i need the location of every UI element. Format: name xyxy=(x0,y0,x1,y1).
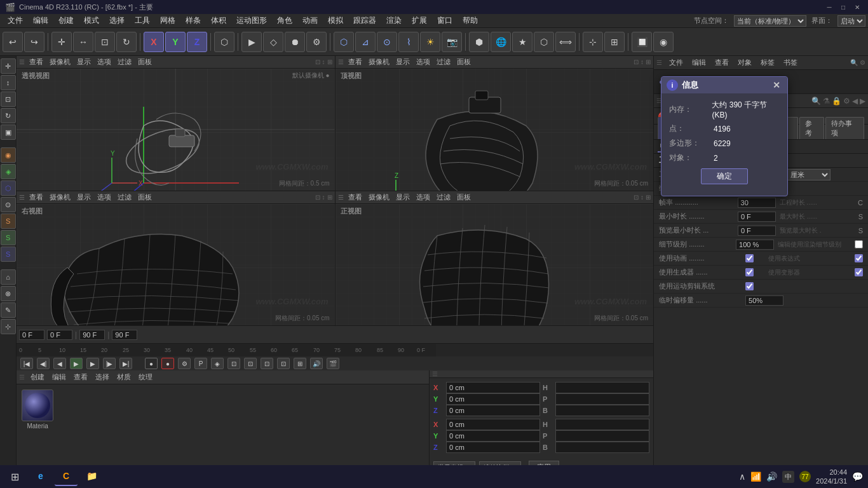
menu-edit[interactable]: 编辑 xyxy=(28,14,53,27)
mat-edit[interactable]: 编辑 xyxy=(50,372,68,382)
motion-blend-btn[interactable]: ◈ xyxy=(211,358,224,369)
menu-create[interactable]: 创建 xyxy=(53,14,79,27)
menu-mograph[interactable]: 运动图形 xyxy=(231,14,272,27)
undo-button[interactable]: ↩ xyxy=(3,32,23,52)
vt-bl-camera[interactable]: 摄像机 xyxy=(48,193,72,202)
transport-btn-extra6[interactable]: 🔊 xyxy=(310,358,323,369)
mat-create[interactable]: 创建 xyxy=(29,372,46,382)
op-filter[interactable]: ⚗ xyxy=(823,97,830,105)
menu-window[interactable]: 窗口 xyxy=(432,14,458,27)
mat-view[interactable]: 查看 xyxy=(72,372,90,382)
vt-tr-options[interactable]: 选项 xyxy=(414,57,432,67)
scale-tool-button[interactable]: ⊡ xyxy=(95,32,115,52)
viewport-front[interactable]: ☰ 查看 摄像机 显示 选项 过滤 面板 ⊡ ↕ ⊞ xyxy=(336,191,654,326)
sys-tray-network[interactable]: 📶 xyxy=(750,471,761,482)
loop-btn[interactable]: P xyxy=(194,358,207,369)
material-item[interactable]: Materia xyxy=(22,390,53,430)
vt-tr-camera[interactable]: 摄像机 xyxy=(367,57,391,67)
render-btn[interactable]: 🔲 xyxy=(632,32,652,52)
vt-br-panel[interactable]: 面板 xyxy=(455,193,473,202)
menu-extend[interactable]: 扩展 xyxy=(407,14,432,27)
fx2-btn[interactable]: ⬡ xyxy=(534,32,554,52)
z2-input[interactable] xyxy=(446,442,540,453)
transport-btn-extra4[interactable]: ⊡ xyxy=(277,358,290,369)
record-btn-2[interactable]: ● xyxy=(161,358,174,369)
lod-input[interactable] xyxy=(736,240,774,250)
vt-bl-filter[interactable]: 过滤 xyxy=(116,193,133,202)
menu-select[interactable]: 选择 xyxy=(104,14,130,27)
record-btn[interactable]: ⏺ xyxy=(285,32,305,52)
sb-view[interactable]: 查看 xyxy=(713,58,731,67)
viewport-perspective[interactable]: ☰ 查看 摄像机 显示 选项 过滤 面板 ⊡ ↕ ⊞ xyxy=(17,56,335,191)
keyframe-btn[interactable]: ◇ xyxy=(263,32,283,52)
menu-character[interactable]: 角色 xyxy=(272,14,297,27)
render-lod-checkbox[interactable] xyxy=(855,240,863,248)
close-button[interactable]: ✕ xyxy=(851,3,863,11)
viewport-right[interactable]: ☰ 查看 摄像机 显示 选项 过滤 面板 ⊡ ↕ ⊞ xyxy=(17,191,335,326)
y2-input[interactable] xyxy=(446,430,540,442)
sys-tray-volume[interactable]: 🔊 xyxy=(766,471,777,482)
sidebar-rotate[interactable]: ↻ xyxy=(1,108,16,123)
sidebar-obj2[interactable]: ◈ xyxy=(1,164,16,179)
sidebar-poly[interactable]: ▣ xyxy=(1,125,16,140)
notification-badge[interactable]: 77 xyxy=(799,471,811,482)
mat-select[interactable]: 选择 xyxy=(93,372,111,382)
transport-next-frame[interactable]: ▶ xyxy=(86,358,99,369)
sb-edit[interactable]: 编辑 xyxy=(690,58,708,67)
taskbar-explorer[interactable]: 📁 xyxy=(80,467,103,486)
op-lock[interactable]: 🔒 xyxy=(832,97,841,105)
sidebar-obj6[interactable]: S xyxy=(1,230,16,245)
menu-mesh[interactable]: 网格 xyxy=(155,14,180,27)
light-button[interactable]: ☀ xyxy=(420,32,440,52)
object-button[interactable]: ⬡ xyxy=(214,32,234,52)
config-btn[interactable]: ⚙ xyxy=(306,32,327,52)
vt-tr-filter[interactable]: 过滤 xyxy=(435,57,452,67)
vt-br-filter[interactable]: 过滤 xyxy=(435,193,452,202)
current-frame-input[interactable] xyxy=(47,330,72,340)
transport-btn-extra7[interactable]: 🎬 xyxy=(327,358,339,369)
vt-tr-panel[interactable]: 面板 xyxy=(455,57,473,67)
p2-input[interactable] xyxy=(555,430,649,442)
mat-material[interactable]: 材质 xyxy=(115,372,133,382)
timeline-btn[interactable]: ▶ xyxy=(241,32,262,52)
axis-y-button[interactable]: Y xyxy=(165,32,186,52)
taskbar-cinema4d[interactable]: C xyxy=(55,467,78,486)
sidebar-obj1[interactable]: ◉ xyxy=(1,147,16,163)
z-pos-input[interactable] xyxy=(446,405,540,416)
notification-icon[interactable]: 💬 xyxy=(852,471,863,482)
sidebar-sculpt[interactable]: ⊹ xyxy=(1,319,16,334)
info-close-button[interactable]: ✕ xyxy=(771,79,782,91)
y-pos-input[interactable] xyxy=(446,393,540,405)
menu-help[interactable]: 帮助 xyxy=(458,14,483,27)
vt-br-options[interactable]: 选项 xyxy=(414,193,432,202)
snap-btn[interactable]: ⊹ xyxy=(583,32,603,52)
cube-button[interactable]: ⬡ xyxy=(334,32,354,52)
use-animation-checkbox[interactable] xyxy=(745,254,754,262)
vt-br-display[interactable]: 显示 xyxy=(394,193,412,202)
menu-tracker[interactable]: 跟踪器 xyxy=(348,14,381,27)
viewport-top[interactable]: ☰ 查看 摄像机 显示 选项 过滤 面板 ⊡ ↕ ⊞ xyxy=(336,56,654,191)
menu-render[interactable]: 渲染 xyxy=(381,14,407,27)
op-right[interactable]: ▶ xyxy=(860,97,865,105)
h-rot-input[interactable] xyxy=(555,382,649,393)
temp-offset-input[interactable] xyxy=(745,295,783,306)
vt-look[interactable]: 查看 xyxy=(27,57,45,67)
transport-prev-key[interactable]: ◀| xyxy=(37,358,50,369)
nurbs-button[interactable]: ⊿ xyxy=(355,32,376,52)
sidebar-paint[interactable]: ✎ xyxy=(1,302,16,318)
sb-tag[interactable]: 标签 xyxy=(759,58,776,67)
maximize-button[interactable]: □ xyxy=(837,3,849,11)
apply-button[interactable]: 应用 xyxy=(529,461,559,465)
b-rot-input[interactable] xyxy=(555,405,649,416)
transport-prev-frame[interactable]: ◀ xyxy=(53,358,66,369)
transport-to-start[interactable]: |◀ xyxy=(20,358,33,369)
vt-display[interactable]: 显示 xyxy=(75,57,93,67)
sidebar-magnet[interactable]: ⊗ xyxy=(1,286,16,301)
sidebar-obj5[interactable]: S xyxy=(1,214,16,229)
transport-to-end[interactable]: ▶| xyxy=(119,358,132,369)
sb-bookmark[interactable]: 书签 xyxy=(782,58,799,67)
vt-tr-look[interactable]: 查看 xyxy=(346,57,364,67)
framerate-input[interactable] xyxy=(738,198,776,208)
playback-settings-btn[interactable]: ⚙ xyxy=(178,358,191,369)
transport-btn-extra2[interactable]: ⊡ xyxy=(244,358,257,369)
